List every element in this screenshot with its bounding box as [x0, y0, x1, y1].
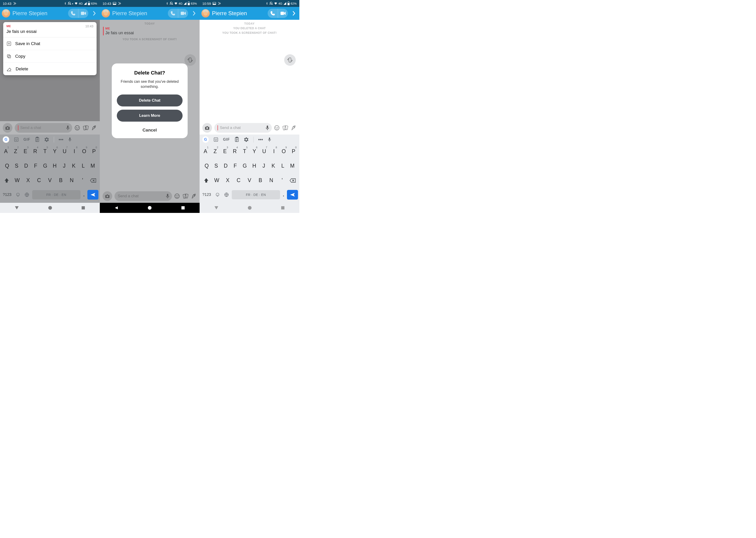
keyboard[interactable]: G GIF ••• A1Z2E3R4T5Y6U7I8O9P0 QSDFGHJKL…	[199, 134, 299, 203]
send-key[interactable]	[87, 190, 98, 199]
avatar[interactable]	[2, 9, 10, 18]
chat-input[interactable]: Send a chat	[115, 191, 172, 201]
gif-button[interactable]: GIF	[24, 137, 30, 142]
smiley-icon[interactable]	[75, 125, 80, 131]
smiley-icon[interactable]	[174, 193, 180, 199]
language-key[interactable]	[223, 189, 230, 200]
google-icon[interactable]: G	[3, 136, 9, 143]
key-r[interactable]: R4	[30, 145, 40, 157]
backspace-key[interactable]	[288, 178, 297, 183]
key-q[interactable]: Q	[2, 160, 12, 172]
key-p[interactable]: P0	[89, 145, 99, 157]
mic-icon[interactable]	[166, 193, 170, 199]
key-b[interactable]: B	[56, 175, 66, 186]
period-key[interactable]: .	[282, 189, 286, 200]
shift-key[interactable]	[201, 178, 211, 183]
key-e[interactable]: E3	[21, 145, 30, 157]
key-f[interactable]: F	[31, 160, 40, 172]
chevron-right-icon[interactable]	[90, 11, 98, 16]
voice-call-button[interactable]	[68, 9, 78, 18]
mic-icon[interactable]	[265, 125, 269, 131]
ctx-save-button[interactable]: Save in Chat	[3, 37, 96, 50]
backspace-key[interactable]	[88, 178, 98, 183]
nav-home-icon[interactable]	[148, 206, 152, 210]
key-l[interactable]: L	[79, 160, 88, 172]
kb-mic-icon[interactable]	[268, 137, 271, 142]
rocket-icon[interactable]	[91, 125, 97, 131]
cards-icon[interactable]	[83, 125, 89, 131]
smiley-icon[interactable]	[274, 125, 280, 131]
contact-name[interactable]: Pierre Stepien	[112, 10, 166, 17]
camera-button[interactable]	[3, 123, 12, 133]
video-call-button[interactable]	[178, 9, 188, 18]
nav-back-icon[interactable]	[214, 205, 219, 210]
key-u[interactable]: U7	[60, 145, 70, 157]
settings-icon[interactable]	[44, 137, 49, 142]
settings-icon[interactable]	[244, 137, 249, 142]
chevron-right-icon[interactable]	[190, 11, 198, 16]
nav-home-icon[interactable]	[247, 206, 252, 210]
key-y[interactable]: Y6	[50, 145, 60, 157]
delete-chat-button[interactable]: Delete Chat	[117, 94, 183, 106]
key-h[interactable]: H	[50, 160, 59, 172]
key-a[interactable]: A1	[1, 145, 11, 157]
avatar[interactable]	[102, 9, 110, 18]
clipboard-icon[interactable]	[35, 137, 39, 142]
video-call-button[interactable]	[278, 9, 288, 18]
nav-recent-icon[interactable]	[281, 206, 285, 210]
cancel-button[interactable]: Cancel	[117, 125, 183, 134]
more-icon[interactable]: •••	[258, 137, 263, 142]
key-d[interactable]: D	[22, 160, 31, 172]
key-m[interactable]: M	[88, 160, 97, 172]
spacebar[interactable]: FR · DE · EN	[32, 190, 81, 199]
nav-recent-icon[interactable]	[81, 206, 85, 210]
nav-back-icon[interactable]	[15, 205, 19, 210]
key-k[interactable]: K	[69, 160, 79, 172]
symbols-key[interactable]: ?123	[201, 190, 212, 200]
rocket-icon[interactable]	[191, 193, 197, 199]
voice-call-button[interactable]	[168, 9, 178, 18]
kb-mic-icon[interactable]	[68, 137, 72, 142]
key-c[interactable]: C	[34, 175, 44, 186]
period-key[interactable]: .	[82, 189, 86, 200]
learn-more-button[interactable]: Learn More	[117, 110, 183, 122]
contact-name[interactable]: Pierre Stepien	[12, 10, 66, 17]
more-icon[interactable]: •••	[59, 137, 64, 142]
video-call-button[interactable]	[78, 9, 88, 18]
key-x[interactable]: X	[23, 175, 33, 186]
send-key[interactable]	[287, 190, 298, 199]
chevron-right-icon[interactable]	[290, 11, 297, 16]
key-s[interactable]: S	[12, 160, 21, 172]
key-n[interactable]: N	[67, 175, 77, 186]
key-i[interactable]: I8	[70, 145, 79, 157]
google-icon[interactable]: G	[202, 136, 209, 143]
rocket-icon[interactable]	[291, 125, 297, 131]
rotate-fab[interactable]	[185, 54, 196, 66]
symbols-key[interactable]: ?123	[1, 190, 13, 200]
key-t[interactable]: T5	[40, 145, 50, 157]
rotate-fab[interactable]	[284, 54, 296, 66]
keyboard[interactable]: G GIF ••• A1 Z2 E3 R4 T5 Y6 U7 I8 O9 P0 …	[0, 134, 100, 203]
key-w[interactable]: W	[12, 175, 22, 186]
key-j[interactable]: J	[59, 160, 69, 172]
ctx-delete-button[interactable]: Delete	[3, 63, 96, 75]
chat-input[interactable]: Send a chat	[214, 123, 272, 133]
nav-home-icon[interactable]	[48, 206, 52, 210]
nav-back-icon[interactable]	[114, 206, 118, 210]
emoji-key[interactable]	[214, 190, 221, 200]
cards-icon[interactable]	[282, 125, 288, 131]
mic-icon[interactable]	[66, 125, 70, 131]
camera-button[interactable]	[103, 191, 112, 201]
ctx-copy-button[interactable]: Copy	[3, 50, 96, 63]
contact-name[interactable]: Pierre Stepien	[212, 10, 265, 17]
language-key[interactable]	[23, 189, 31, 200]
sticker-icon[interactable]	[213, 137, 218, 142]
message-text[interactable]: Je fais un essai	[105, 30, 196, 35]
shift-key[interactable]	[2, 178, 12, 183]
key-v[interactable]: V	[45, 175, 55, 186]
key-z[interactable]: Z2	[11, 145, 21, 157]
key-apostrophe[interactable]: '	[78, 175, 88, 186]
nav-recent-icon[interactable]	[181, 206, 185, 210]
camera-button[interactable]	[202, 123, 212, 133]
clipboard-icon[interactable]	[235, 137, 239, 142]
